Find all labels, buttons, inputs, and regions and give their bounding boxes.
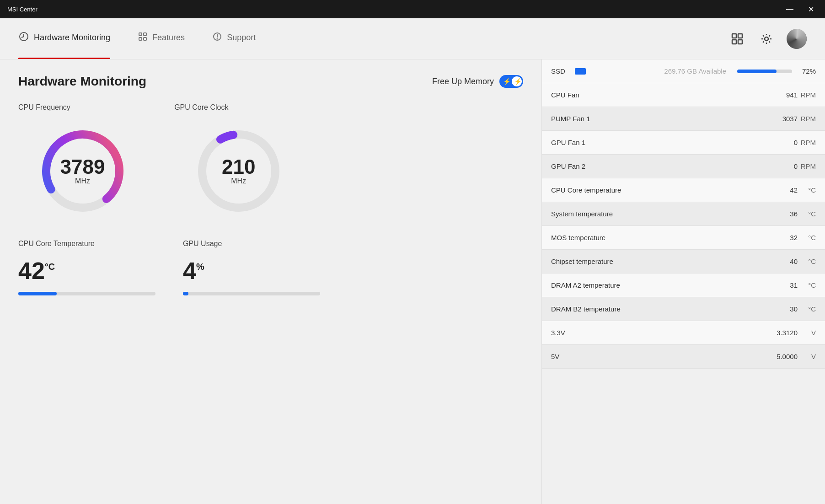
settings-icon-button[interactable] — [757, 30, 776, 48]
sensor-row: 5V 5.0000 V — [542, 345, 825, 369]
free-memory-label: Free Up Memory — [432, 77, 494, 86]
gpu-usage-unit: % — [196, 262, 204, 272]
cpu-frequency-unit: MHz — [60, 177, 105, 185]
sensor-row: Chipset temperature 40 °C — [542, 250, 825, 273]
sensor-name: DRAM B2 temperature — [551, 305, 770, 313]
sensor-value: 40 — [770, 257, 798, 265]
sensor-name: DRAM A2 temperature — [551, 281, 770, 289]
content-area: Hardware Monitoring Free Up Memory ⚡ CPU… — [0, 59, 825, 504]
sensor-value: 36 — [770, 210, 798, 218]
sensor-row: CPU Fan 941 RPM — [542, 83, 825, 107]
close-button[interactable]: ✕ — [804, 3, 818, 16]
cpu-frequency-label: CPU Frequency — [18, 103, 147, 112]
free-memory-toggle[interactable]: ⚡ — [499, 75, 523, 88]
svg-rect-4 — [144, 38, 146, 40]
support-icon — [212, 32, 222, 44]
sensor-unit: °C — [798, 257, 816, 265]
cpu-core-temp-card: CPU Core Temperature 42°C — [18, 240, 155, 295]
bar-gauges-spacer — [348, 240, 523, 295]
ssd-label: SSD — [551, 67, 569, 75]
sensor-row: GPU Fan 2 0 RPM — [542, 155, 825, 178]
page-title: Hardware Monitoring — [18, 74, 146, 89]
gauges-spacer — [330, 103, 523, 221]
gpu-core-clock-dial: 210 MHz — [193, 125, 284, 217]
svg-rect-3 — [139, 38, 142, 40]
svg-rect-8 — [738, 34, 742, 38]
sensor-row: CPU Core temperature 42 °C — [542, 178, 825, 202]
svg-rect-7 — [732, 34, 736, 38]
sensor-value: 5.0000 — [770, 353, 798, 360]
cpu-core-temp-unit: °C — [45, 262, 55, 272]
gpu-core-clock-card: GPU Core Clock 210 MHz — [174, 103, 303, 221]
sensor-row: MOS temperature 32 °C — [542, 226, 825, 250]
sensor-row: 3.3V 3.3120 V — [542, 321, 825, 345]
sensor-value: 30 — [770, 305, 798, 313]
hardware-monitoring-icon — [18, 31, 29, 45]
ssd-bar-fill — [737, 70, 777, 73]
sensor-value: 0 — [770, 139, 798, 146]
ssd-percent: 72% — [798, 67, 816, 75]
cpu-frequency-card: CPU Frequency — [18, 103, 147, 221]
sensor-value: 3.3120 — [770, 329, 798, 337]
sensor-name: GPU Fan 2 — [551, 162, 770, 170]
ssd-row: SSD 269.76 GB Available 72% — [542, 59, 825, 83]
toggle-knob — [512, 76, 522, 86]
sensor-name: CPU Core temperature — [551, 186, 770, 194]
gpu-core-clock-label: GPU Core Clock — [174, 103, 303, 112]
cpu-core-temp-track — [18, 292, 155, 295]
sensor-value: 3037 — [770, 115, 798, 123]
gpu-core-clock-value: 210 — [222, 157, 255, 177]
tab-hardware-label: Hardware Monitoring — [34, 33, 110, 43]
tab-features[interactable]: Features — [138, 18, 185, 59]
gpu-usage-track — [183, 292, 320, 295]
gpu-usage-label: GPU Usage — [183, 240, 320, 248]
cpu-frequency-value-display: 3789 MHz — [60, 157, 105, 185]
cpu-core-temp-value-display: 42°C — [18, 257, 155, 284]
sensor-row: GPU Fan 1 0 RPM — [542, 131, 825, 155]
sensor-unit: °C — [798, 281, 816, 289]
sensor-value: 31 — [770, 281, 798, 289]
ssd-bar-track — [737, 70, 792, 73]
sensor-unit: V — [798, 329, 816, 337]
sensor-unit: RPM — [798, 139, 816, 146]
sensor-unit: °C — [798, 210, 816, 218]
sensor-panel: SSD 269.76 GB Available 72% CPU Fan 941 … — [541, 59, 825, 504]
sensor-unit: °C — [798, 305, 816, 313]
sensor-value: 941 — [770, 91, 798, 99]
sensor-list: CPU Fan 941 RPM PUMP Fan 1 3037 RPM GPU … — [542, 83, 825, 369]
user-avatar[interactable] — [787, 29, 807, 49]
svg-rect-2 — [144, 33, 146, 36]
sensor-value: 32 — [770, 234, 798, 241]
nav-tabs: Hardware Monitoring Features — [18, 18, 256, 59]
gpu-usage-value-display: 4% — [183, 257, 320, 284]
sensor-value: 0 — [770, 162, 798, 170]
nav-bar: Hardware Monitoring Features — [0, 18, 825, 59]
gpu-core-clock-unit: MHz — [222, 177, 255, 185]
app-name: MSI Center — [7, 6, 38, 13]
sensor-unit: °C — [798, 234, 816, 241]
cpu-core-temp-label: CPU Core Temperature — [18, 240, 155, 248]
sensor-name: GPU Fan 1 — [551, 139, 770, 146]
bar-gauges-row: CPU Core Temperature 42°C GPU Usage 4% — [18, 240, 523, 295]
grid-icon-button[interactable] — [728, 30, 746, 48]
gpu-usage-bar — [183, 292, 188, 295]
sensor-name: MOS temperature — [551, 234, 770, 241]
sensor-unit: V — [798, 353, 816, 360]
tab-hardware-monitoring[interactable]: Hardware Monitoring — [18, 18, 110, 59]
sensor-row: System temperature 36 °C — [542, 202, 825, 226]
cpu-frequency-dial: 3789 MHz — [37, 125, 129, 217]
gpu-core-clock-gauge: 210 MHz — [174, 121, 303, 221]
sensor-value: 42 — [770, 186, 798, 194]
free-memory-section: Free Up Memory ⚡ — [432, 75, 523, 88]
minimize-button[interactable]: — — [782, 3, 797, 16]
gauges-row: CPU Frequency — [18, 103, 523, 221]
features-icon — [138, 32, 148, 44]
ssd-available: 269.76 GB Available — [591, 67, 732, 75]
svg-rect-10 — [738, 40, 742, 44]
svg-point-6 — [217, 39, 218, 39]
title-bar: MSI Center — ✕ — [0, 0, 825, 18]
tab-features-label: Features — [152, 33, 185, 43]
tab-support[interactable]: Support — [212, 18, 256, 59]
sensor-row: PUMP Fan 1 3037 RPM — [542, 107, 825, 131]
sensor-unit: RPM — [798, 91, 816, 99]
